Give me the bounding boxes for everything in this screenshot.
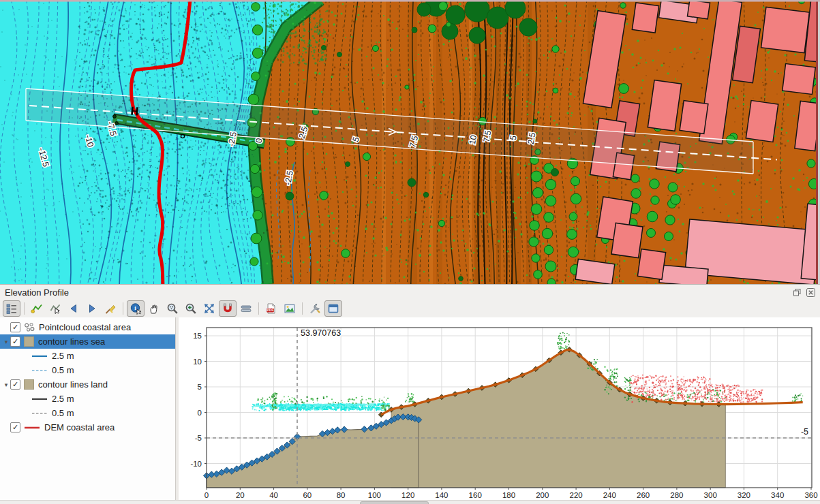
broom-icon [104,302,117,315]
svg-text:260: 260 [637,491,650,499]
layer-label: 0.5 m [52,408,74,418]
toolbar-separator [302,302,303,315]
svg-text:160: 160 [469,491,482,499]
nudge-right-button[interactable] [83,300,101,317]
layer-tree-item-0-5-m[interactable]: 0.5 m [0,363,175,377]
svg-text:-5: -5 [195,434,202,442]
nudge-left-icon [67,302,80,315]
svg-text:140: 140 [435,491,448,499]
zoom-full-button[interactable] [164,300,181,317]
svg-text:320: 320 [738,491,750,499]
layer-tree-item-contour-lines-land[interactable]: ▾✓contour lines land [0,377,175,392]
identify-features-button[interactable]: i [127,300,145,317]
svg-text:120: 120 [401,491,414,499]
svg-text:40: 40 [269,491,278,499]
enable-snapping-button[interactable] [219,300,237,317]
pdf-icon: PDF [265,302,277,315]
layer-visibility-checkbox[interactable]: ✓ [10,422,20,432]
svg-text:15: 15 [193,332,202,340]
layer-tree-item-2-5-m[interactable]: 2.5 m [0,392,175,406]
svg-text:PDF: PDF [267,308,274,312]
nudge-left-button[interactable] [65,300,82,317]
svg-text:10: 10 [193,358,202,366]
layer-visibility-checkbox[interactable]: ✓ [10,336,20,347]
profile-toolbar: iPDF [0,299,820,317]
panel-title: Elevation Profile [5,287,789,298]
svg-text:60: 60 [303,491,312,499]
layer-visibility-checkbox[interactable]: ✓ [10,322,20,332]
close-icon [806,288,815,297]
layer-visibility-checkbox[interactable]: ✓ [10,379,20,390]
panel-content: ✓Pointcloud coastal area▾✓contour lines … [0,317,820,501]
dock-button[interactable] [324,300,342,317]
layer-label: Pointcloud coastal area [39,322,131,332]
svg-text:180: 180 [502,491,515,499]
measure-distances-button[interactable] [237,300,255,317]
scrollbar-thumb[interactable] [360,501,429,504]
wrench-icon [309,302,321,315]
svg-text:10: 10 [468,134,479,145]
pan-button[interactable] [145,300,163,317]
profile-chart[interactable]: 53.970763-502040608010012014016018020022… [179,317,820,501]
float-icon [793,288,802,297]
expander-icon[interactable]: ▾ [2,381,10,388]
export-as-pdf-button[interactable]: PDF [262,300,280,317]
svg-text:200: 200 [536,491,549,499]
layer-tree-icon [5,302,18,315]
layer-label: 2.5 m [52,394,74,404]
layer-label: 0.5 m [52,365,74,375]
svg-text:7.5: 7.5 [482,129,493,143]
profile-chart-pane[interactable]: 53.970763-502040608010012014016018020022… [179,317,820,501]
svg-text:2.5: 2.5 [526,131,538,145]
show-layer-tree-button[interactable] [3,300,20,317]
toolbar-separator [123,302,123,315]
dock-icon [327,302,339,315]
fill-tan-swatch [24,379,34,390]
map-svg[interactable]: -12.5-10-7.5-2.5-2.502.557.5107.552.5 [0,0,820,284]
measure-icon [240,302,252,315]
map-canvas[interactable]: -12.5-10-7.5-2.5-2.502.557.5107.552.5 [0,0,820,284]
zoom-in-button[interactable] [182,300,200,317]
capture-curve-from-feature-icon [49,302,61,315]
float-panel-button[interactable] [791,287,802,297]
svg-text:80: 80 [337,491,346,499]
close-panel-button[interactable] [805,287,816,297]
line-dash-blue-swatch [31,367,48,374]
nudge-right-icon [86,302,98,315]
layer-tree-item-contour-lines-sea[interactable]: ▾✓contour lines sea [0,334,175,349]
svg-text:340: 340 [771,491,784,499]
expander-icon[interactable]: ▾ [2,338,10,345]
magnifier-plus-icon [185,302,197,315]
crosshair-y-label: -5 [801,427,808,437]
toolbar-separator [258,302,259,315]
horizontal-scrollbar[interactable] [0,500,820,504]
clear-button[interactable] [102,300,119,317]
line-solid-blue-swatch [31,353,48,360]
export-as-image-button[interactable] [281,300,299,317]
capture-curve-button[interactable] [28,300,46,317]
line-dash-gray-swatch [31,410,48,417]
layer-tree-item-2-5-m[interactable]: 2.5 m [0,349,175,363]
line-solid-red-swatch [24,424,40,431]
pointcloud-swatch [24,322,35,332]
options-button[interactable] [306,300,324,317]
panel-header: Elevation Profile [0,285,820,299]
svg-text:220: 220 [570,491,583,499]
layer-tree-item-pointcloud-coastal-area[interactable]: ✓Pointcloud coastal area [0,320,175,334]
image-icon [284,302,296,315]
zoom-full-extent-button[interactable] [200,300,218,317]
layer-label: contour lines sea [38,336,105,347]
capture-curve-icon [31,302,43,315]
svg-text:0: 0 [204,491,209,499]
layer-tree-item-0-5-m[interactable]: 0.5 m [0,406,175,420]
capture-curve-from-feature-button[interactable] [46,300,64,317]
svg-text:240: 240 [603,491,616,499]
layer-tree-item-dem-coastal-area[interactable]: ✓DEM coastal area [0,420,175,435]
magnifier-extent-icon [166,302,179,315]
layer-label: 2.5 m [52,351,74,361]
svg-text:300: 300 [704,491,717,499]
crosshair-x-label: 53.970763 [301,328,341,338]
svg-text:-10: -10 [190,460,202,468]
layer-tree: ✓Pointcloud coastal area▾✓contour lines … [0,317,175,501]
magnet-icon [222,302,234,315]
